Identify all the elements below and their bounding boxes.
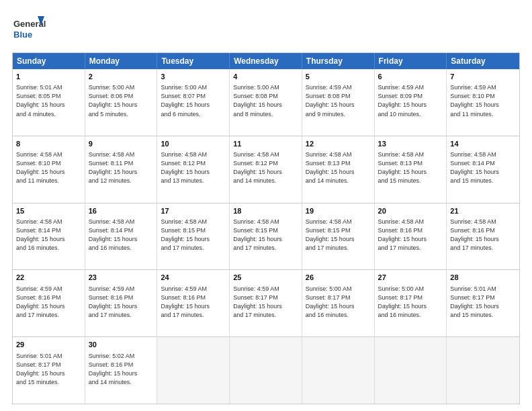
calendar-week-3: 15Sunrise: 4:58 AMSunset: 8:14 PMDayligh… bbox=[13, 203, 519, 271]
calendar-cell: 28Sunrise: 5:01 AMSunset: 8:17 PMDayligh… bbox=[447, 270, 519, 336]
day-number: 8 bbox=[16, 139, 81, 149]
cell-details: Sunrise: 4:58 AMSunset: 8:14 PMDaylight:… bbox=[16, 218, 81, 253]
calendar-cell: 30Sunrise: 5:02 AMSunset: 8:16 PMDayligh… bbox=[85, 337, 158, 404]
cell-details: Sunrise: 5:01 AMSunset: 8:05 PMDaylight:… bbox=[16, 83, 81, 118]
header-day-monday: Monday bbox=[85, 53, 158, 69]
cell-details: Sunrise: 5:00 AMSunset: 8:08 PMDaylight:… bbox=[233, 83, 298, 118]
calendar-cell: 6Sunrise: 4:59 AMSunset: 8:09 PMDaylight… bbox=[375, 69, 447, 136]
page-header: GeneralBlue bbox=[12, 12, 520, 46]
calendar-cell: 18Sunrise: 4:58 AMSunset: 8:15 PMDayligh… bbox=[230, 203, 302, 270]
cell-details: Sunrise: 4:58 AMSunset: 8:14 PMDaylight:… bbox=[89, 218, 154, 253]
day-number: 28 bbox=[450, 273, 516, 283]
calendar-grid: SundayMondayTuesdayWednesdayThursdayFrid… bbox=[12, 52, 520, 404]
calendar-cell bbox=[302, 337, 375, 404]
cell-details: Sunrise: 4:58 AMSunset: 8:10 PMDaylight:… bbox=[16, 150, 81, 185]
header-day-tuesday: Tuesday bbox=[157, 53, 230, 69]
logo-svg: GeneralBlue bbox=[12, 12, 46, 46]
day-number: 4 bbox=[233, 72, 298, 82]
day-number: 15 bbox=[16, 206, 81, 216]
calendar-cell: 29Sunrise: 5:01 AMSunset: 8:17 PMDayligh… bbox=[13, 337, 85, 404]
calendar-cell: 19Sunrise: 4:58 AMSunset: 8:15 PMDayligh… bbox=[302, 203, 375, 270]
day-number: 20 bbox=[378, 206, 443, 216]
cell-details: Sunrise: 4:58 AMSunset: 8:16 PMDaylight:… bbox=[378, 218, 443, 253]
calendar-cell: 15Sunrise: 4:58 AMSunset: 8:14 PMDayligh… bbox=[13, 203, 85, 270]
day-number: 10 bbox=[161, 139, 226, 149]
calendar-cell bbox=[230, 337, 302, 404]
day-number: 29 bbox=[16, 340, 81, 350]
day-number: 21 bbox=[450, 206, 516, 216]
header-day-thursday: Thursday bbox=[302, 53, 375, 69]
calendar-cell: 17Sunrise: 4:58 AMSunset: 8:15 PMDayligh… bbox=[157, 203, 230, 270]
calendar-cell: 26Sunrise: 5:00 AMSunset: 8:17 PMDayligh… bbox=[302, 270, 375, 336]
cell-details: Sunrise: 4:59 AMSunset: 8:16 PMDaylight:… bbox=[89, 285, 154, 320]
cell-details: Sunrise: 4:58 AMSunset: 8:12 PMDaylight:… bbox=[161, 150, 226, 185]
cell-details: Sunrise: 4:58 AMSunset: 8:15 PMDaylight:… bbox=[306, 218, 371, 253]
cell-details: Sunrise: 4:59 AMSunset: 8:17 PMDaylight:… bbox=[233, 285, 298, 320]
calendar-cell: 4Sunrise: 5:00 AMSunset: 8:08 PMDaylight… bbox=[230, 69, 302, 136]
calendar-cell: 13Sunrise: 4:58 AMSunset: 8:13 PMDayligh… bbox=[375, 136, 447, 203]
cell-details: Sunrise: 5:01 AMSunset: 8:17 PMDaylight:… bbox=[16, 352, 81, 387]
day-number: 3 bbox=[161, 72, 226, 82]
cell-details: Sunrise: 4:58 AMSunset: 8:12 PMDaylight:… bbox=[233, 150, 298, 185]
day-number: 13 bbox=[378, 139, 443, 149]
day-number: 1 bbox=[16, 72, 81, 82]
calendar-cell: 8Sunrise: 4:58 AMSunset: 8:10 PMDaylight… bbox=[13, 136, 85, 203]
calendar-week-1: 1Sunrise: 5:01 AMSunset: 8:05 PMDaylight… bbox=[13, 69, 519, 136]
day-number: 19 bbox=[306, 206, 371, 216]
cell-details: Sunrise: 5:02 AMSunset: 8:16 PMDaylight:… bbox=[89, 352, 154, 387]
calendar-cell: 24Sunrise: 4:59 AMSunset: 8:16 PMDayligh… bbox=[157, 270, 230, 336]
day-number: 17 bbox=[161, 206, 226, 216]
calendar-cell: 25Sunrise: 4:59 AMSunset: 8:17 PMDayligh… bbox=[230, 270, 302, 336]
cell-details: Sunrise: 4:58 AMSunset: 8:14 PMDaylight:… bbox=[450, 150, 516, 185]
day-number: 6 bbox=[378, 72, 443, 82]
calendar-cell: 5Sunrise: 4:59 AMSunset: 8:08 PMDaylight… bbox=[302, 69, 375, 136]
calendar-cell: 2Sunrise: 5:00 AMSunset: 8:06 PMDaylight… bbox=[85, 69, 158, 136]
day-number: 30 bbox=[89, 340, 154, 350]
header-day-friday: Friday bbox=[375, 53, 447, 69]
cell-details: Sunrise: 5:00 AMSunset: 8:07 PMDaylight:… bbox=[161, 83, 226, 118]
calendar-cell: 12Sunrise: 4:58 AMSunset: 8:13 PMDayligh… bbox=[302, 136, 375, 203]
cell-details: Sunrise: 4:59 AMSunset: 8:10 PMDaylight:… bbox=[450, 83, 516, 118]
cell-details: Sunrise: 4:58 AMSunset: 8:13 PMDaylight:… bbox=[306, 150, 371, 185]
calendar-header: SundayMondayTuesdayWednesdayThursdayFrid… bbox=[13, 53, 519, 69]
day-number: 12 bbox=[306, 139, 371, 149]
header-day-wednesday: Wednesday bbox=[230, 53, 302, 69]
calendar-cell bbox=[157, 337, 230, 404]
day-number: 2 bbox=[89, 72, 154, 82]
day-number: 25 bbox=[233, 273, 298, 283]
cell-details: Sunrise: 4:58 AMSunset: 8:11 PMDaylight:… bbox=[89, 150, 154, 185]
cell-details: Sunrise: 4:59 AMSunset: 8:08 PMDaylight:… bbox=[306, 83, 371, 118]
svg-text:Blue: Blue bbox=[13, 30, 32, 40]
day-number: 16 bbox=[89, 206, 154, 216]
cell-details: Sunrise: 5:00 AMSunset: 8:17 PMDaylight:… bbox=[306, 285, 371, 320]
day-number: 22 bbox=[16, 273, 81, 283]
cell-details: Sunrise: 4:58 AMSunset: 8:15 PMDaylight:… bbox=[161, 218, 226, 253]
calendar-body: 1Sunrise: 5:01 AMSunset: 8:05 PMDaylight… bbox=[13, 69, 519, 404]
calendar-cell: 11Sunrise: 4:58 AMSunset: 8:12 PMDayligh… bbox=[230, 136, 302, 203]
calendar-cell: 1Sunrise: 5:01 AMSunset: 8:05 PMDaylight… bbox=[13, 69, 85, 136]
cell-details: Sunrise: 4:59 AMSunset: 8:16 PMDaylight:… bbox=[16, 285, 81, 320]
day-number: 14 bbox=[450, 139, 516, 149]
day-number: 9 bbox=[89, 139, 154, 149]
calendar-week-2: 8Sunrise: 4:58 AMSunset: 8:10 PMDaylight… bbox=[13, 136, 519, 203]
calendar-cell: 3Sunrise: 5:00 AMSunset: 8:07 PMDaylight… bbox=[157, 69, 230, 136]
header-day-saturday: Saturday bbox=[447, 53, 519, 69]
logo: GeneralBlue bbox=[12, 12, 46, 46]
day-number: 27 bbox=[378, 273, 443, 283]
calendar-week-4: 22Sunrise: 4:59 AMSunset: 8:16 PMDayligh… bbox=[13, 270, 519, 337]
calendar-week-5: 29Sunrise: 5:01 AMSunset: 8:17 PMDayligh… bbox=[13, 337, 519, 404]
cell-details: Sunrise: 4:59 AMSunset: 8:09 PMDaylight:… bbox=[378, 83, 443, 118]
cell-details: Sunrise: 4:58 AMSunset: 8:13 PMDaylight:… bbox=[378, 150, 443, 185]
day-number: 23 bbox=[89, 273, 154, 283]
calendar-cell: 27Sunrise: 5:00 AMSunset: 8:17 PMDayligh… bbox=[375, 270, 447, 336]
calendar-cell: 10Sunrise: 4:58 AMSunset: 8:12 PMDayligh… bbox=[157, 136, 230, 203]
calendar-cell: 20Sunrise: 4:58 AMSunset: 8:16 PMDayligh… bbox=[375, 203, 447, 270]
calendar-page: GeneralBlue SundayMondayTuesdayWednesday… bbox=[0, 0, 532, 411]
calendar-cell: 23Sunrise: 4:59 AMSunset: 8:16 PMDayligh… bbox=[85, 270, 158, 336]
day-number: 5 bbox=[306, 72, 371, 82]
cell-details: Sunrise: 5:01 AMSunset: 8:17 PMDaylight:… bbox=[450, 285, 516, 320]
day-number: 7 bbox=[450, 72, 516, 82]
cell-details: Sunrise: 5:00 AMSunset: 8:17 PMDaylight:… bbox=[378, 285, 443, 320]
cell-details: Sunrise: 4:58 AMSunset: 8:15 PMDaylight:… bbox=[233, 218, 298, 253]
day-number: 24 bbox=[161, 273, 226, 283]
